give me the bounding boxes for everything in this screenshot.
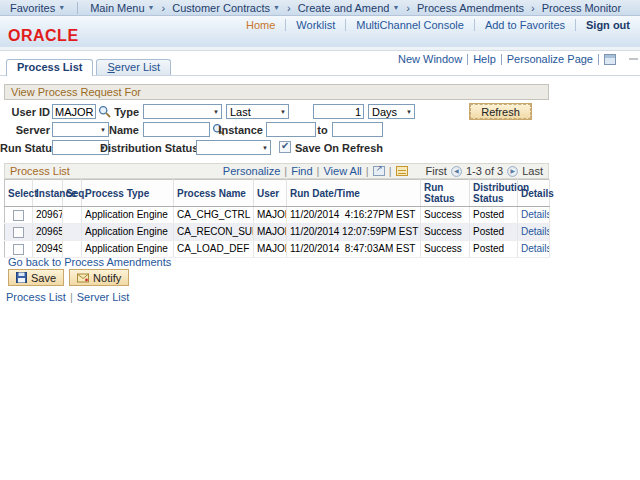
breadcrumb-create-and-amend[interactable]: Create and Amend ▼	[294, 2, 404, 14]
first-label[interactable]: First	[426, 165, 447, 177]
col-instance: Instance	[33, 180, 63, 207]
details-link[interactable]: Details	[521, 226, 550, 237]
action-buttons: Save Notify	[8, 269, 129, 286]
breadcrumb-separator: ›	[406, 2, 410, 14]
bottom-server-list-link[interactable]: Server List	[77, 291, 130, 303]
user-id-input[interactable]	[52, 104, 96, 119]
table-row: 20967 Application Engine CA_CHG_CTRL MAJ…	[5, 207, 550, 224]
header-band: Home Worklist MultiChannel Console Add t…	[0, 16, 640, 47]
download-spreadsheet-icon[interactable]	[396, 166, 408, 176]
instance-to-input[interactable]	[332, 122, 383, 137]
toolbar-separator	[366, 165, 369, 177]
server-label: Server	[4, 124, 50, 136]
refresh-button[interactable]: Refresh	[469, 103, 532, 120]
chevron-down-icon: ▼	[58, 4, 65, 11]
breadcrumb-create-and-amend-label: Create and Amend	[298, 2, 390, 14]
type-label: Type	[103, 106, 139, 118]
col-select: Select	[5, 180, 33, 207]
find-link[interactable]: Find	[291, 165, 312, 177]
add-to-favorites-link[interactable]: Add to Favorites	[475, 19, 575, 31]
cell-user: MAJORD	[254, 207, 287, 224]
sign-out-link[interactable]: Sign out	[576, 19, 632, 31]
cell-run-datetime: 11/20/2014 8:47:03AM EST	[287, 240, 421, 257]
grid-toolbar: Personalize Find View All First ◀ 1-3 of…	[223, 165, 543, 177]
view-all-link[interactable]: View All	[323, 165, 361, 177]
notify-button[interactable]: Notify	[69, 269, 129, 286]
tab-server-list-label: Server List	[107, 60, 160, 75]
breadcrumb-favorites-label: Favorites	[10, 2, 55, 14]
breadcrumb: Favorites ▼ Main Menu ▼ › Customer Contr…	[0, 0, 640, 16]
filter-section-title: View Process Request For	[11, 86, 141, 98]
range-count-input[interactable]	[313, 104, 364, 119]
process-list-table: Select Instance Seq. Process Type Proces…	[4, 179, 550, 258]
cell-run-status: Success	[421, 240, 470, 257]
instance-label: Instance	[217, 124, 263, 136]
cell-run-datetime: 11/20/2014 12:07:59PM EST	[287, 223, 421, 240]
breadcrumb-favorites[interactable]: Favorites ▼	[6, 2, 69, 14]
cell-distribution-status: Posted	[470, 223, 518, 240]
multichannel-console-link[interactable]: MultiChannel Console	[346, 19, 474, 31]
chevron-down-icon: ▼	[148, 4, 155, 11]
col-seq: Seq.	[63, 180, 82, 207]
details-link[interactable]: Details	[521, 243, 550, 254]
row-select-checkbox[interactable]	[13, 244, 24, 255]
refresh-button-label: Refresh	[470, 104, 531, 119]
cell-run-status: Success	[421, 223, 470, 240]
zoom-grid-icon[interactable]	[373, 166, 385, 176]
breadcrumb-customer-contracts-label: Customer Contracts	[172, 2, 270, 14]
days-select[interactable]: Days	[368, 104, 415, 119]
table-header-row: Select Instance Seq. Process Type Proces…	[5, 180, 550, 207]
cell-distribution-status: Posted	[470, 207, 518, 224]
save-button[interactable]: Save	[8, 269, 64, 286]
go-back-link[interactable]: Go back to Process Amendments	[8, 256, 171, 268]
personalize-link[interactable]: Personalize	[223, 165, 280, 177]
pagination-range: 1-3 of 3	[466, 165, 503, 177]
grid-title-bar: Process List Personalize Find View All F…	[4, 163, 549, 179]
cell-instance: 20967	[33, 207, 63, 224]
tab-server-list[interactable]: Server List	[96, 59, 171, 75]
last-select[interactable]: Last	[226, 104, 289, 119]
toolbar-separator	[284, 165, 287, 177]
bottom-process-list-link[interactable]: Process List	[6, 291, 66, 303]
table-row: 20965 Application Engine CA_RECON_SUM MA…	[5, 223, 550, 240]
distribution-status-select[interactable]	[196, 140, 271, 155]
row-select-checkbox[interactable]	[13, 210, 24, 221]
link-separator	[70, 291, 73, 303]
col-process-type: Process Type	[82, 180, 174, 207]
breadcrumb-divider	[77, 2, 78, 14]
chevron-down-icon: ▼	[273, 4, 280, 11]
name-input[interactable]	[143, 122, 210, 137]
instance-from-input[interactable]	[266, 122, 316, 137]
cell-process-type: Application Engine	[82, 240, 174, 257]
breadcrumb-main-menu[interactable]: Main Menu ▼	[86, 2, 158, 14]
cell-process-type: Application Engine	[82, 223, 174, 240]
worklist-link[interactable]: Worklist	[286, 19, 345, 31]
breadcrumb-separator: ›	[287, 2, 291, 14]
cell-run-datetime: 11/20/2014 4:16:27PM EST	[287, 207, 421, 224]
user-id-label: User ID	[4, 106, 50, 118]
next-arrow-icon[interactable]: ▶	[507, 166, 518, 177]
home-link[interactable]: Home	[236, 19, 285, 31]
row-select-checkbox[interactable]	[13, 227, 24, 238]
cell-seq	[63, 207, 82, 224]
col-run-status: Run Status	[421, 180, 470, 207]
cell-seq	[63, 223, 82, 240]
details-link[interactable]: Details	[521, 209, 550, 220]
tab-process-list[interactable]: Process List	[6, 59, 93, 76]
save-button-label: Save	[31, 272, 56, 284]
previous-arrow-icon[interactable]: ◀	[451, 166, 462, 177]
col-run-datetime: Run Date/Time	[287, 180, 421, 207]
breadcrumb-separator: ›	[162, 2, 166, 14]
filter-section-header: View Process Request For	[4, 84, 549, 100]
run-status-label: Run Status	[0, 142, 50, 154]
server-select[interactable]	[52, 122, 109, 137]
save-on-refresh-checkbox[interactable]	[279, 141, 291, 153]
oracle-logo: ORACLE	[8, 27, 79, 45]
last-select-value: Last	[230, 106, 251, 118]
breadcrumb-customer-contracts[interactable]: Customer Contracts ▼	[168, 2, 284, 14]
cell-user: MAJORD	[254, 240, 287, 257]
type-select[interactable]	[143, 104, 222, 119]
breadcrumb-process-monitor[interactable]: Process Monitor	[538, 2, 625, 14]
last-label[interactable]: Last	[522, 165, 543, 177]
breadcrumb-process-amendments[interactable]: Process Amendments	[413, 2, 528, 14]
